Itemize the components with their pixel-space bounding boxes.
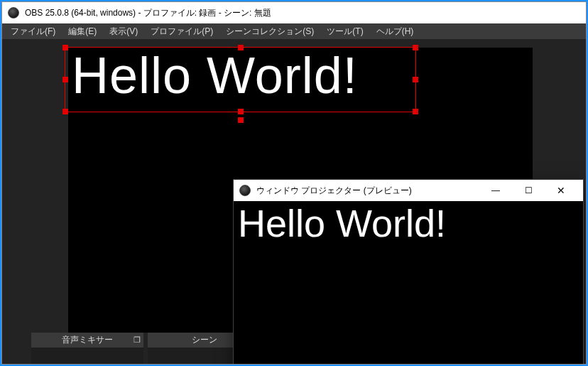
obs-logo-icon	[8, 7, 19, 18]
menubar: ファイル(F) 編集(E) 表示(V) プロファイル(P) シーンコレクション(…	[2, 23, 586, 39]
obs-main-window: OBS 25.0.8 (64-bit, windows) - プロファイル: 録…	[1, 1, 587, 365]
menu-tools[interactable]: ツール(T)	[321, 24, 369, 39]
window-title: OBS 25.0.8 (64-bit, windows) - プロファイル: 録…	[25, 7, 271, 19]
resize-handle-w[interactable]	[62, 77, 68, 82]
menu-view[interactable]: 表示(V)	[104, 24, 143, 39]
popout-icon[interactable]: ❐	[134, 335, 141, 345]
menu-file[interactable]: ファイル(F)	[5, 24, 61, 39]
dock-audio-mixer: 音声ミキサー ❐	[31, 333, 143, 364]
desktop-background: OBS 25.0.8 (64-bit, windows) - プロファイル: 録…	[0, 0, 588, 366]
workspace: Hello World! 音声ミキサー ❐	[2, 39, 586, 364]
close-button[interactable]: ✕	[545, 180, 577, 201]
minimize-button[interactable]: —	[479, 180, 512, 201]
resize-handle-nw[interactable]	[62, 45, 68, 50]
obs-logo-icon	[239, 185, 251, 196]
dock-tab-label: シーン	[192, 334, 217, 346]
dock-tab-audio-mixer[interactable]: 音声ミキサー ❐	[31, 333, 143, 348]
projector-title: ウィンドウ プロジェクター (プレビュー)	[256, 185, 412, 197]
audio-mixer-body	[31, 348, 143, 364]
menu-profile[interactable]: プロファイル(P)	[145, 24, 219, 39]
projector-canvas: Hello World!	[234, 201, 583, 364]
window-controls: — ☐ ✕	[479, 180, 577, 201]
dock-tab-label: 音声ミキサー	[62, 334, 113, 346]
menu-scene-collection[interactable]: シーンコレクション(S)	[220, 24, 320, 39]
maximize-button[interactable]: ☐	[512, 180, 545, 201]
text-source-preview[interactable]: Hello World!	[72, 46, 358, 104]
projector-text: Hello World!	[238, 201, 446, 245]
projector-titlebar[interactable]: ウィンドウ プロジェクター (プレビュー) — ☐ ✕	[234, 180, 583, 201]
menu-edit[interactable]: 編集(E)	[62, 24, 102, 39]
titlebar[interactable]: OBS 25.0.8 (64-bit, windows) - プロファイル: 録…	[2, 2, 586, 23]
menu-help[interactable]: ヘルプ(H)	[371, 24, 420, 39]
projector-window[interactable]: ウィンドウ プロジェクター (プレビュー) — ☐ ✕ Hello World!	[233, 179, 584, 364]
resize-handle-sw[interactable]	[62, 109, 68, 114]
